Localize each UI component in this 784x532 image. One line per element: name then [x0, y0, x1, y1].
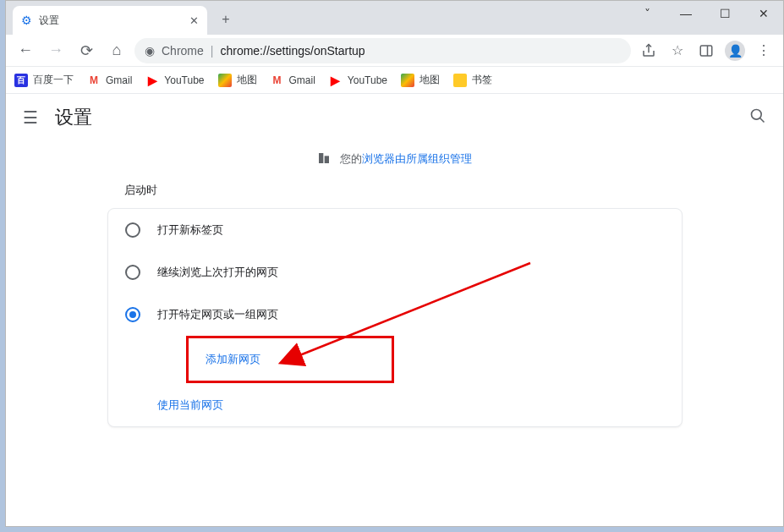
radio-continue[interactable]: 继续浏览上次打开的网页: [108, 251, 682, 293]
page-title: 设置: [55, 105, 92, 130]
kebab-menu-icon[interactable]: ⋮: [751, 38, 776, 63]
managed-link[interactable]: 浏览器由所属组织管理: [362, 152, 472, 165]
bookmark-label: YouTube: [348, 74, 387, 86]
maps-icon: [401, 74, 414, 87]
omnibox[interactable]: ◉ Chrome | chrome://settings/onStartup: [134, 38, 631, 63]
share-icon[interactable]: [636, 38, 661, 63]
forward-button[interactable]: →: [43, 38, 69, 63]
tab-title: 设置: [39, 14, 59, 28]
startup-card: 打开新标签页 继续浏览上次打开的网页 打开特定网页或一组网页 添加新网页 使用当…: [107, 208, 683, 427]
svg-point-2: [752, 109, 762, 119]
bookmark-folder[interactable]: 书签: [453, 73, 492, 87]
radio-label: 打开新标签页: [157, 222, 223, 238]
radio-new-tab[interactable]: 打开新标签页: [108, 209, 682, 251]
use-current-pages-link[interactable]: 使用当前网页: [157, 383, 682, 426]
youtube-icon: ▶: [145, 74, 159, 87]
bookmark-maps[interactable]: 地图: [218, 73, 257, 87]
maximize-button[interactable]: ☐: [705, 1, 744, 26]
bookmark-youtube-2[interactable]: ▶ YouTube: [329, 74, 387, 87]
home-button[interactable]: ⌂: [104, 38, 129, 63]
svg-line-3: [760, 118, 765, 122]
star-icon[interactable]: ☆: [665, 38, 690, 63]
bookmark-label: Gmail: [289, 74, 315, 86]
youtube-icon: ▶: [329, 74, 343, 87]
close-window-button[interactable]: ✕: [744, 1, 783, 26]
folder-icon: [453, 74, 467, 87]
bookmark-label: Gmail: [106, 74, 132, 86]
baidu-icon: 百: [14, 74, 28, 87]
reload-button[interactable]: ⟳: [74, 38, 99, 63]
bookmark-baidu[interactable]: 百 百度一下: [14, 73, 74, 87]
add-new-page-link[interactable]: 添加新网页: [189, 338, 392, 381]
close-icon[interactable]: ✕: [189, 14, 199, 27]
address-actions: ☆ 👤 ⋮: [636, 38, 776, 63]
settings-content: ☰ 设置 您的浏览器由所属组织管理 启动时 打开新标签页 继续浏览上次打开的网页: [6, 94, 783, 526]
maps-icon: [218, 74, 232, 87]
section-label: 启动时: [107, 183, 683, 208]
search-icon[interactable]: [749, 107, 766, 129]
url-path: chrome://settings/onStartup: [220, 44, 365, 58]
profile-avatar[interactable]: 👤: [722, 38, 748, 63]
browser-window: ⚙ 设置 ✕ + ˅ — ☐ ✕ ← → ⟳ ⌂ ◉ Chrome | chro…: [5, 0, 784, 527]
radio-label: 继续浏览上次打开的网页: [157, 265, 278, 280]
svg-rect-5: [324, 156, 328, 163]
bookmark-gmail-2[interactable]: M Gmail: [271, 74, 315, 87]
menu-icon[interactable]: ☰: [23, 107, 38, 128]
radio-icon: [125, 307, 140, 322]
minimize-button[interactable]: —: [666, 1, 705, 26]
bookmark-gmail[interactable]: M Gmail: [87, 74, 132, 87]
settings-header: ☰ 设置: [6, 94, 783, 141]
caret-down-icon[interactable]: ˅: [628, 1, 666, 26]
radio-icon: [125, 265, 140, 280]
radio-icon: [125, 222, 140, 238]
gear-icon: ⚙: [21, 14, 32, 27]
managed-prefix: 您的: [340, 152, 362, 165]
bookmark-label: 百度一下: [33, 73, 74, 87]
bookmark-label: 地图: [237, 73, 257, 87]
bookmark-maps-2[interactable]: 地图: [401, 73, 440, 87]
window-controls: ˅ — ☐ ✕: [628, 1, 783, 26]
bookmark-label: YouTube: [164, 74, 204, 86]
gmail-icon: M: [271, 74, 284, 87]
url-host: Chrome: [162, 44, 204, 58]
bookmark-label: 书签: [472, 73, 492, 87]
chrome-icon: ◉: [145, 44, 155, 58]
back-button[interactable]: ←: [13, 38, 38, 63]
svg-rect-0: [700, 46, 712, 56]
bookmark-youtube[interactable]: ▶ YouTube: [145, 74, 204, 87]
url-separator: |: [211, 44, 214, 58]
managed-banner: 您的浏览器由所属组织管理: [6, 141, 783, 183]
browser-tab[interactable]: ⚙ 设置 ✕: [13, 6, 207, 35]
bookmarks-bar: 百 百度一下 M Gmail ▶ YouTube 地图 M Gmail ▶ Yo…: [6, 67, 783, 94]
specific-pages-sublinks: 添加新网页 使用当前网页: [108, 336, 682, 426]
new-tab-button[interactable]: +: [214, 8, 238, 31]
highlight-box: 添加新网页: [186, 336, 394, 383]
side-panel-icon[interactable]: [694, 38, 719, 63]
organization-icon: [317, 151, 331, 167]
svg-rect-4: [319, 153, 323, 163]
bookmark-label: 地图: [419, 73, 440, 87]
address-bar: ← → ⟳ ⌂ ◉ Chrome | chrome://settings/onS…: [6, 35, 783, 67]
radio-label: 打开特定网页或一组网页: [157, 307, 278, 322]
titlebar: ⚙ 设置 ✕ + ˅ — ☐ ✕: [6, 1, 783, 35]
radio-specific-pages[interactable]: 打开特定网页或一组网页: [108, 293, 682, 336]
gmail-icon: M: [87, 74, 101, 87]
